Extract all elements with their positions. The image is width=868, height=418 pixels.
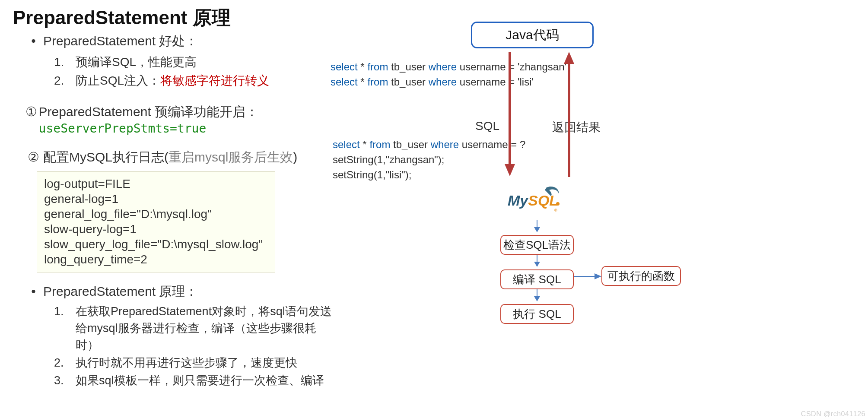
step2-number: ② <box>24 149 43 165</box>
arrow-down-icon <box>503 52 516 177</box>
step1-content: PreparedStatement 预编译功能开启： useServerPrep… <box>39 103 339 136</box>
sql-keyword: from <box>367 61 388 73</box>
config-line: slow_query_log_file="D:\mysql_slow.log" <box>44 237 268 252</box>
sql-keyword: where <box>431 139 459 150</box>
step2-content: 配置MySQL执行日志(重启mysql服务后生效) <box>43 149 297 166</box>
mysql-logo: MySQL ® <box>508 185 564 217</box>
sql-text: tb_user <box>390 139 430 150</box>
diagram: Java代码 select * from tb_user where usern… <box>328 17 847 406</box>
benefit-text: 防止SQL注入：将敏感字符进行转义 <box>76 71 269 90</box>
svg-marker-7 <box>534 262 540 267</box>
benefit-item-2: 2. 防止SQL注入：将敏感字符进行转义 <box>54 71 339 90</box>
sql-line: select * from tb_user where username = ? <box>333 137 525 152</box>
step1-row: ① PreparedStatement 预编译功能开启： useServerPr… <box>24 103 339 136</box>
step-execute-sql: 执行 SQL <box>500 304 574 324</box>
config-line: general-log=1 <box>44 191 268 206</box>
config-line: log-output=FILE <box>44 176 268 191</box>
benefit-red-text: 将敏感字符进行转义 <box>160 74 269 87</box>
left-column: • PreparedStatement 好处： 1. 预编译SQL，性能更高 2… <box>24 32 339 390</box>
svg-marker-9 <box>534 296 540 301</box>
bullet-dot: • <box>24 34 43 48</box>
benefit-item-1: 1. 预编译SQL，性能更高 <box>54 53 339 71</box>
java-code-box: Java代码 <box>471 22 594 48</box>
sql-line: setString(1,"zhangsan"); <box>333 152 525 168</box>
list-number: 1. <box>54 303 76 320</box>
svg-marker-1 <box>505 164 515 176</box>
benefit-prefix: 防止SQL注入： <box>76 74 160 87</box>
mysql-logo-svg: MySQL ® <box>508 185 564 215</box>
svg-marker-3 <box>564 52 574 64</box>
sql-keyword: where <box>429 76 457 88</box>
principle-heading: PreparedStatement 原理： <box>43 283 198 301</box>
svg-marker-11 <box>595 273 601 279</box>
sql-text: * <box>360 139 370 150</box>
mysql-r-icon: ® <box>554 208 557 212</box>
arrow-right-icon <box>574 271 602 282</box>
mysql-text: MySQL <box>508 192 558 209</box>
sql-line: select * from tb_user where username = '… <box>331 75 566 90</box>
step-check-sql: 检查SQL语法 <box>500 235 574 255</box>
principle-text: 在获取PreparedStatement对象时，将sql语句发送给mysql服务… <box>76 303 339 354</box>
principle-text: 如果sql模板一样，则只需要进行一次检查、编译 <box>76 372 339 389</box>
sql-block-direct: select * from tb_user where username = '… <box>331 60 566 90</box>
config-line: general_log_file="D:\mysql.log" <box>44 206 268 222</box>
step2-gray: 重启mysql服务后生效 <box>169 150 293 164</box>
sql-text: * <box>358 61 368 73</box>
benefits-list: 1. 预编译SQL，性能更高 2. 防止SQL注入：将敏感字符进行转义 <box>54 53 339 90</box>
sql-keyword: from <box>369 139 390 150</box>
arrow-small-down-icon <box>500 220 574 233</box>
sql-block-prepared: select * from tb_user where username = ?… <box>333 137 525 182</box>
bullet-dot: • <box>24 284 43 299</box>
config-line: slow-query-log=1 <box>44 222 268 237</box>
mysql-dot-icon <box>556 202 560 206</box>
watermark: CSDN @rch041126 <box>801 410 865 418</box>
sql-label: SQL <box>475 119 499 133</box>
principle-item-2: 2. 执行时就不用再进行这些步骤了，速度更快 <box>54 355 339 371</box>
step2-prefix: 配置MySQL执行日志( <box>43 150 169 164</box>
principle-item-3: 3. 如果sql模板一样，则只需要进行一次检查、编译 <box>54 372 339 389</box>
arrow-up-icon <box>563 52 575 177</box>
sql-keyword: select <box>331 76 358 88</box>
step1-code: useServerPrepStmts=true <box>39 121 207 136</box>
executable-function-box: 可执行的函数 <box>601 266 681 286</box>
principle-heading-row: • PreparedStatement 原理： <box>24 283 339 301</box>
sql-keyword: where <box>429 61 457 73</box>
list-number: 3. <box>54 372 76 389</box>
arrow-small-down-icon <box>500 255 574 268</box>
list-number: 2. <box>54 355 76 371</box>
config-box: log-output=FILE general-log=1 general_lo… <box>37 171 275 272</box>
benefits-heading-row: • PreparedStatement 好处： <box>24 32 339 50</box>
config-line: long_query_time=2 <box>44 252 268 267</box>
principle-text: 执行时就不用再进行这些步骤了，速度更快 <box>76 355 339 371</box>
sql-line: select * from tb_user where username = '… <box>331 60 566 75</box>
step-column: 检查SQL语法 编译 SQL 执行 SQL <box>500 220 574 324</box>
arrow-small-down-icon <box>500 289 574 302</box>
principle-list: 1. 在获取PreparedStatement对象时，将sql语句发送给mysq… <box>54 303 339 390</box>
benefits-heading: PreparedStatement 好处： <box>43 32 198 50</box>
step1-number: ① <box>24 104 39 119</box>
list-number: 1. <box>54 53 76 71</box>
svg-marker-5 <box>534 227 540 232</box>
sql-text: tb_user <box>388 76 428 88</box>
sql-keyword: from <box>367 76 388 88</box>
sql-text: username = 'lisi' <box>457 76 534 88</box>
sql-text: tb_user <box>388 61 428 73</box>
step2-row: ② 配置MySQL执行日志(重启mysql服务后生效) <box>24 149 339 166</box>
sql-text: * <box>358 76 368 88</box>
principle-item-1: 1. 在获取PreparedStatement对象时，将sql语句发送给mysq… <box>54 303 339 354</box>
benefit-text: 预编译SQL，性能更高 <box>76 53 197 71</box>
sql-keyword: select <box>331 61 358 73</box>
sql-line: setString(1,"lisi"); <box>333 168 525 183</box>
step2-suffix: ) <box>293 150 297 164</box>
step1-text: PreparedStatement 预编译功能开启： <box>39 104 259 119</box>
step-compile-sql: 编译 SQL <box>500 269 574 289</box>
return-label: 返回结果 <box>552 119 601 136</box>
sql-keyword: select <box>333 139 360 150</box>
list-number: 2. <box>54 71 76 90</box>
page-title: PreparedStatement 原理 <box>13 5 231 31</box>
